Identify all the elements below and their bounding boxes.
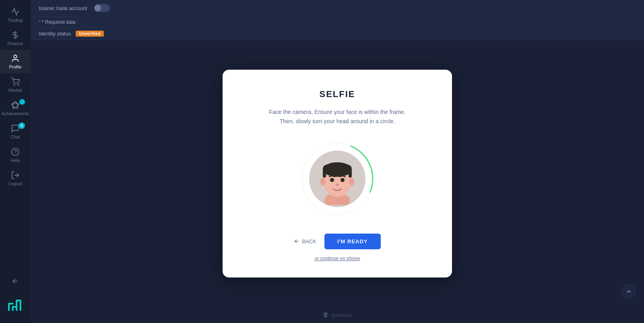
identity-bar: Identity status Unverified — [31, 27, 644, 40]
logo-area — [6, 289, 25, 319]
identity-status-label: Identity status — [39, 31, 71, 37]
svg-point-2 — [14, 85, 14, 85]
sidebar-item-help[interactable]: Help — [0, 143, 31, 167]
unverified-badge: Unverified — [76, 31, 104, 37]
sidebar-item-achievements[interactable]: Achievements — [0, 97, 31, 120]
logo-icon — [6, 296, 25, 315]
svg-point-1 — [14, 55, 17, 58]
face-circle — [309, 151, 365, 207]
back-label: BACK — [302, 238, 316, 244]
card-title: SELFIE — [319, 89, 355, 99]
sidebar-bottom — [0, 273, 31, 323]
face-illustration — [311, 153, 363, 205]
sidebar-label-help: Help — [11, 158, 20, 163]
dollar-icon — [11, 31, 20, 39]
svg-point-22 — [336, 184, 339, 186]
required-label: * * Required data — [39, 19, 75, 25]
sidebar-label-logout: Logout — [8, 181, 22, 186]
selfie-card: SELFIE Face the camera. Ensure your face… — [223, 70, 452, 277]
cart-icon — [11, 77, 20, 86]
svg-point-18 — [320, 178, 325, 186]
arrow-back-icon — [294, 238, 299, 244]
sidebar-item-trading[interactable]: Trading — [0, 3, 31, 27]
svg-rect-17 — [323, 165, 352, 173]
chevron-up-icon — [625, 288, 632, 295]
back-button[interactable]: BACK — [294, 238, 316, 244]
svg-point-20 — [330, 178, 334, 182]
face-animation-container — [297, 139, 378, 219]
sidebar-label-market: Market — [8, 88, 22, 93]
sidebar-label-achievements: Achievements — [1, 111, 29, 116]
chat-badge: 5 — [19, 122, 25, 129]
ready-button[interactable]: I'M READY — [324, 234, 381, 249]
halal-toggle[interactable] — [94, 4, 110, 12]
phone-link[interactable]: or continue on phone — [315, 256, 360, 261]
sidebar-item-market[interactable]: Market — [0, 73, 31, 97]
scroll-top-button[interactable] — [621, 284, 636, 299]
desc-line1: Face the camera. Ensure your face is wit… — [269, 109, 405, 115]
sidebar-item-profile[interactable]: Profile — [0, 50, 31, 73]
svg-point-3 — [18, 85, 19, 85]
sidebar-label-chat: Chat — [10, 135, 20, 139]
diamond-icon — [11, 101, 20, 110]
logout-icon — [11, 171, 20, 180]
account-label: Islamic halal account — [39, 5, 87, 11]
svg-point-19 — [349, 178, 354, 186]
footer-brand: sumsub — [331, 312, 352, 318]
footer: sumsub — [31, 307, 644, 323]
sidebar-item-logout[interactable]: Logout — [0, 167, 31, 190]
svg-point-21 — [341, 178, 345, 182]
main-content: Islamic halal account * * Required data … — [31, 0, 644, 323]
sidebar-item-finance[interactable]: Finance — [0, 27, 31, 50]
content-area: SELFIE Face the camera. Ensure your face… — [31, 40, 644, 307]
buttons-row: BACK I'M READY — [294, 234, 380, 249]
sidebar-item-chat[interactable]: 5 Chat — [0, 120, 31, 143]
sidebar-label-trading: Trading — [8, 18, 23, 23]
chart-icon — [11, 7, 20, 16]
sidebar-label-profile: Profile — [9, 64, 21, 69]
help-icon — [11, 147, 20, 156]
arrow-left-icon — [11, 277, 19, 285]
sidebar-arrow-button[interactable] — [0, 273, 31, 289]
card-description: Face the camera. Ensure your face is wit… — [269, 108, 405, 126]
achievements-badge — [19, 99, 25, 105]
sumsub-logo-icon — [322, 312, 329, 318]
required-star: * — [39, 19, 42, 25]
toggle-knob — [95, 5, 101, 11]
sidebar-label-finance: Finance — [7, 41, 23, 46]
sidebar: Trading Finance Profile Market Achieveme… — [0, 0, 31, 323]
desc-line2: Then, slowly turn your head around in a … — [280, 118, 395, 124]
top-bar: Islamic halal account — [31, 0, 644, 17]
person-icon — [11, 54, 20, 63]
